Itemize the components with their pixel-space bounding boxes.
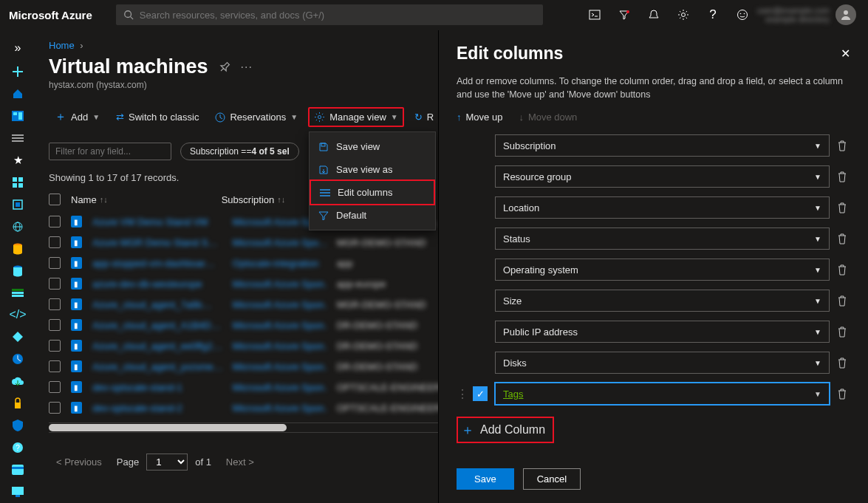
delete-icon[interactable]: [837, 388, 850, 400]
page-select[interactable]: 1: [146, 454, 188, 471]
nav-sql-db-icon[interactable]: [6, 260, 30, 282]
delete-icon[interactable]: [837, 295, 850, 307]
refresh-button[interactable]: ↻ R: [409, 107, 440, 127]
edit-columns-item[interactable]: Edit columns: [310, 179, 435, 205]
selected-checkbox[interactable]: ✓: [473, 386, 488, 401]
nav-storage-icon[interactable]: [6, 282, 30, 304]
delete-icon[interactable]: [837, 140, 850, 151]
table-row[interactable]: ▮ azure-dev-db-westeurope Microsoft Azur…: [49, 273, 445, 294]
row-checkbox[interactable]: [49, 381, 61, 393]
row-checkbox[interactable]: [49, 216, 61, 227]
nav-app-services-icon[interactable]: [6, 216, 30, 238]
horizontal-scrollbar[interactable]: [49, 422, 445, 433]
row-name[interactable]: Azure_cloud_agent_yxzsme…: [92, 361, 222, 372]
nav-help-icon[interactable]: ?: [6, 437, 30, 459]
move-up-button[interactable]: ↑ Move up: [457, 112, 502, 123]
delete-icon[interactable]: [837, 233, 850, 244]
table-row[interactable]: ▮ Azure_cloud_agent_A1B4D… Microsoft Azu…: [49, 315, 445, 335]
nav-vm-icon[interactable]: [6, 481, 30, 503]
column-header-subscription[interactable]: Subscription ↑↓: [222, 194, 286, 205]
row-checkbox[interactable]: [49, 360, 61, 372]
nav-functions-icon[interactable]: </>: [6, 304, 30, 326]
move-down-button[interactable]: ↓ Move down: [519, 112, 577, 123]
nav-favorites-icon[interactable]: ★: [6, 149, 30, 171]
column-select[interactable]: Location▼: [495, 196, 830, 219]
pin-icon[interactable]: [216, 58, 233, 75]
global-search[interactable]: [116, 4, 543, 25]
row-name[interactable]: dev-optscale-stand-1: [92, 382, 222, 393]
row-checkbox[interactable]: [49, 278, 61, 290]
delete-icon[interactable]: [837, 171, 850, 182]
nav-sql-icon[interactable]: [6, 238, 30, 260]
more-icon[interactable]: ···: [241, 61, 253, 74]
add-column-button[interactable]: ＋ Add Column: [457, 417, 554, 443]
save-view-as-item[interactable]: Save view as: [310, 158, 435, 181]
row-name[interactable]: Azure VM Demo Stand VM: [92, 216, 222, 227]
nav-security-icon[interactable]: [6, 392, 30, 414]
row-name[interactable]: Azure MGR Demo Stand S…: [92, 237, 222, 248]
row-name[interactable]: azure-dev-db-westeurope: [92, 278, 222, 290]
delete-icon[interactable]: [837, 326, 850, 338]
column-select[interactable]: Resource group▼: [495, 165, 830, 188]
select-all-checkbox[interactable]: [49, 194, 61, 205]
switch-classic-button[interactable]: ⇄ Switch to classic: [110, 107, 205, 127]
row-checkbox[interactable]: [49, 340, 61, 352]
row-checkbox[interactable]: [49, 402, 61, 414]
save-button[interactable]: Save: [457, 468, 514, 490]
cancel-button[interactable]: Cancel: [523, 468, 581, 490]
nav-advisor-icon[interactable]: [6, 326, 30, 348]
row-name[interactable]: Azure_cloud_agent_ee0ffg2…: [92, 341, 222, 352]
directory-filter-icon[interactable]: [609, 0, 639, 30]
table-row[interactable]: ▮ app-stopped-vm-dashboar… Optscale-inte…: [49, 253, 445, 273]
default-item[interactable]: Default: [310, 204, 435, 227]
manage-view-button[interactable]: Manage view ▼: [308, 107, 404, 127]
row-subscription[interactable]: Microsoft Azure Spon…: [233, 341, 327, 352]
column-select[interactable]: Tags▼: [495, 383, 830, 405]
notifications-icon[interactable]: [639, 0, 669, 30]
column-select[interactable]: Status▼: [495, 227, 830, 250]
row-checkbox[interactable]: [49, 319, 61, 331]
table-row[interactable]: ▮ dev-optscale-stand-1 Microsoft Azure S…: [49, 377, 445, 397]
scrollbar-thumb[interactable]: [49, 424, 287, 431]
expand-nav-icon[interactable]: »: [9, 35, 27, 61]
row-subscription[interactable]: Microsoft Azure Spon…: [233, 382, 327, 393]
drag-handle-icon[interactable]: ⋮⋮: [457, 387, 465, 401]
row-name[interactable]: Azure_cloud_agent_A1B4D…: [92, 320, 222, 331]
nav-all-resources-icon[interactable]: [6, 171, 30, 194]
row-subscription[interactable]: Microsoft Azure Spon…: [233, 403, 327, 414]
column-select[interactable]: Size▼: [495, 290, 830, 312]
save-view-item[interactable]: Save view: [310, 135, 435, 158]
row-subscription[interactable]: Microsoft Azure Spon…: [233, 320, 327, 331]
row-subscription[interactable]: Microsoft Azure Spon…: [233, 299, 327, 310]
row-subscription[interactable]: Microsoft Azure Spo…: [233, 237, 327, 248]
table-row[interactable]: ▮ dev-optscale-stand-2 Microsoft Azure S…: [49, 397, 445, 418]
nav-create-icon[interactable]: [6, 61, 30, 83]
column-select[interactable]: Public IP address▼: [495, 321, 830, 343]
row-checkbox[interactable]: [49, 257, 61, 269]
delete-icon[interactable]: [837, 202, 850, 213]
row-name[interactable]: dev-optscale-stand-2: [92, 403, 222, 414]
settings-icon[interactable]: [669, 0, 698, 30]
cloud-shell-icon[interactable]: [580, 0, 609, 30]
row-subscription[interactable]: Microsoft Azure Spon…: [233, 278, 327, 290]
filter-input[interactable]: [49, 143, 171, 160]
help-icon[interactable]: ?: [698, 0, 728, 30]
user-block[interactable]: user@example.com example directory: [757, 4, 859, 25]
table-row[interactable]: ▮ Azure_cloud_agent_ee0ffg2… Microsoft A…: [49, 335, 445, 356]
nav-cloud-icon[interactable]: [6, 370, 30, 392]
column-select[interactable]: Disks▼: [495, 352, 830, 374]
search-input[interactable]: [140, 10, 536, 21]
next-button[interactable]: Next >: [219, 454, 262, 471]
subscription-filter-pill[interactable]: Subscription == 4 of 5 sel: [180, 143, 299, 160]
nav-dashboard-icon[interactable]: [6, 105, 30, 127]
nav-cost-icon[interactable]: [6, 459, 30, 481]
breadcrumb-home[interactable]: Home: [49, 40, 75, 51]
previous-button[interactable]: < Previous: [49, 454, 109, 471]
table-row[interactable]: ▮ Azure_cloud_agent_yxzsme… Microsoft Az…: [49, 356, 445, 377]
row-name[interactable]: Azure_cloud_agent_7a8b…: [92, 299, 222, 310]
row-name[interactable]: app-stopped-vm-dashboar…: [92, 258, 222, 269]
reservations-button[interactable]: Reservations ▼: [209, 107, 304, 127]
nav-home-icon[interactable]: [6, 83, 30, 105]
table-row[interactable]: ▮ Azure_cloud_agent_7a8b… Microsoft Azur…: [49, 294, 445, 315]
nav-resource-groups-icon[interactable]: [6, 194, 30, 216]
